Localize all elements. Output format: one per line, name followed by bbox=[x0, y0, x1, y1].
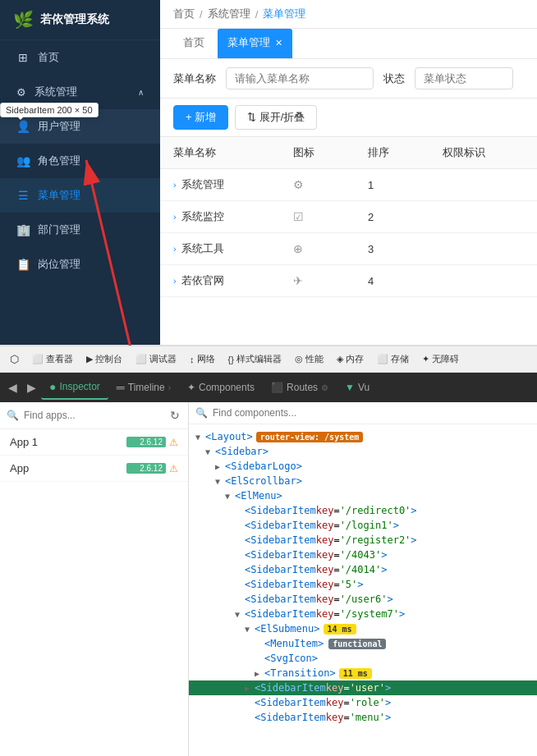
tree-node[interactable]: <SidebarItem key='/4043'> bbox=[189, 548, 537, 562]
tab-menu[interactable]: 菜单管理 ✕ bbox=[218, 29, 292, 58]
tree-node[interactable]: <SidebarItem key='/user6'> bbox=[189, 592, 537, 607]
tree-node[interactable]: <Layout>router-view: /system bbox=[189, 429, 537, 444]
style-editor-icon: {} bbox=[228, 355, 234, 364]
component-search-input[interactable] bbox=[213, 407, 530, 419]
perf-badge: 11 ms bbox=[339, 668, 372, 679]
table-row[interactable]: ›系统工具 ⊕ 3 bbox=[160, 233, 537, 265]
tree-node[interactable]: <SidebarItem key='/system7'> bbox=[189, 607, 537, 621]
tree-expanded-arrow[interactable] bbox=[215, 477, 223, 486]
status-input[interactable] bbox=[415, 67, 513, 89]
tree-expanded-arrow[interactable] bbox=[195, 433, 204, 442]
devtools-console-tool[interactable]: ▶ 控制台 bbox=[83, 351, 126, 367]
tree-node[interactable]: <SidebarItem key='/redirect0'> bbox=[189, 503, 537, 518]
component-tree: <Layout>router-view: /system<Sidebar><Si… bbox=[189, 424, 537, 756]
tab-close-icon[interactable]: ✕ bbox=[275, 38, 282, 48]
tree-node[interactable]: <Transition>11 ms bbox=[189, 666, 537, 680]
breadcrumb-menu[interactable]: 菜单管理 bbox=[263, 7, 305, 21]
expand-icon[interactable]: › bbox=[173, 180, 177, 190]
tag-bracket-close: > bbox=[385, 697, 391, 708]
sidebar-item-user[interactable]: SidebarItem 200 × 50 👤 用户管理 bbox=[0, 109, 160, 144]
tree-collapsed-arrow[interactable] bbox=[215, 462, 223, 471]
tree-expanded-arrow[interactable] bbox=[235, 610, 243, 619]
vuex-label: Vu bbox=[358, 382, 369, 393]
table-row[interactable]: ›若依官网 ✈ 4 bbox=[160, 265, 537, 297]
tree-node[interactable]: <SidebarItem key='/register2'> bbox=[189, 533, 537, 548]
logo-icon: 🌿 bbox=[13, 10, 34, 30]
devtools-debugger-tool[interactable]: ⬜ 调试器 bbox=[132, 351, 180, 367]
devtools-forward-btn[interactable]: ▶ bbox=[22, 378, 41, 397]
tree-expanded-arrow[interactable] bbox=[225, 492, 233, 501]
devtools-viewer-tool[interactable]: ⬜ 查看器 bbox=[29, 351, 76, 367]
table-row[interactable]: ›系统管理 ⚙ 1 bbox=[160, 169, 537, 201]
devtools-memory-tool[interactable]: ◈ 内存 bbox=[333, 351, 367, 367]
tab-timeline[interactable]: ═ Timeline › bbox=[108, 376, 179, 399]
attr-key: key bbox=[316, 564, 334, 575]
tab-inspector[interactable]: ● Inspector bbox=[41, 375, 108, 400]
sidebar-item-post[interactable]: 📋 岗位管理 bbox=[0, 247, 160, 282]
tab-home[interactable]: 首页 bbox=[173, 29, 214, 58]
attr-value: '/system7' bbox=[340, 608, 399, 620]
devtools-network-tool[interactable]: ↕ 网络 bbox=[186, 351, 218, 367]
devtools-storage-tool[interactable]: ⬜ 存储 bbox=[374, 351, 412, 367]
tree-node[interactable]: <SidebarItem key='role'> bbox=[189, 695, 537, 710]
breadcrumb-system[interactable]: 系统管理 bbox=[208, 7, 250, 21]
devtools-back-btn[interactable]: ◀ bbox=[3, 378, 22, 397]
tree-collapsed-arrow[interactable] bbox=[245, 684, 253, 693]
cell-order: 4 bbox=[355, 265, 429, 297]
app-name: App bbox=[10, 462, 126, 474]
tag-bracket: < bbox=[264, 638, 270, 649]
menu-name-input[interactable] bbox=[226, 67, 374, 89]
cell-name: ›系统监控 bbox=[160, 201, 280, 233]
tree-node[interactable]: <SidebarLogo> bbox=[189, 459, 537, 474]
tree-node[interactable]: <SidebarItem key='/login1'> bbox=[189, 518, 537, 533]
tree-node[interactable]: <ElSubmenu>14 ms bbox=[189, 621, 537, 636]
tag-bracket: < bbox=[245, 564, 250, 575]
table-row[interactable]: ›系统监控 ☑ 2 bbox=[160, 201, 537, 233]
tree-node[interactable]: <SidebarItem key='menu'> bbox=[189, 710, 537, 725]
attr-value: '/register2' bbox=[340, 534, 411, 546]
vuex-icon: ▼ bbox=[345, 382, 355, 393]
tree-node[interactable]: <ElScrollbar> bbox=[189, 474, 537, 488]
sidebar-item-dept[interactable]: 🏢 部门管理 bbox=[0, 213, 160, 247]
expand-icon[interactable]: › bbox=[173, 244, 177, 254]
tree-node[interactable]: <Sidebar> bbox=[189, 444, 537, 459]
tab-vuex[interactable]: ▼ Vu bbox=[337, 377, 378, 398]
tree-node[interactable]: <SidebarItem key='user'> bbox=[189, 680, 537, 695]
expand-icon[interactable]: › bbox=[173, 212, 177, 222]
tree-node[interactable]: <SidebarItem key='5'> bbox=[189, 577, 537, 592]
tree-collapsed-arrow[interactable] bbox=[255, 669, 263, 678]
app-name: App 1 bbox=[10, 436, 126, 448]
tree-expanded-arrow[interactable] bbox=[205, 447, 213, 456]
devtools-performance-tool[interactable]: ◎ 性能 bbox=[291, 351, 327, 367]
vue-logo: ▼ bbox=[130, 464, 138, 473]
sidebar-item-home[interactable]: ⊞ 首页 bbox=[0, 40, 160, 75]
tree-node[interactable]: <SvgIcon> bbox=[189, 651, 537, 666]
cell-icon: ☑ bbox=[280, 201, 355, 233]
attr-key: key bbox=[316, 608, 334, 620]
tree-node[interactable]: <ElMenu> bbox=[189, 488, 537, 503]
refresh-button[interactable]: ↻ bbox=[168, 407, 181, 424]
sidebar-item-menu[interactable]: ☰ 菜单管理 bbox=[0, 178, 160, 213]
add-button[interactable]: + 新增 bbox=[173, 105, 228, 130]
devtools-style-editor-tool[interactable]: {} 样式编辑器 bbox=[225, 351, 285, 367]
devtools-inspect-tool[interactable]: ⬡ bbox=[7, 351, 22, 367]
expand-button[interactable]: ⇅ 展开/折叠 bbox=[235, 105, 317, 130]
tab-routes[interactable]: ⬛ Routes ⚙ bbox=[263, 377, 337, 398]
cell-name: ›若依官网 bbox=[160, 265, 280, 297]
breadcrumb-home[interactable]: 首页 bbox=[173, 7, 195, 21]
devtools-accessibility-tool[interactable]: ✦ 无障碍 bbox=[419, 351, 462, 367]
app-search-input[interactable] bbox=[24, 410, 163, 421]
tag-bracket: < bbox=[225, 460, 231, 472]
attr-key: key bbox=[326, 712, 344, 723]
dept-icon: 🏢 bbox=[16, 223, 30, 236]
expand-icon[interactable]: › bbox=[173, 276, 177, 286]
tab-components[interactable]: ✦ Components bbox=[179, 377, 263, 398]
tag-name: Transition bbox=[270, 667, 329, 679]
tree-node[interactable]: <MenuItem>functional bbox=[189, 636, 537, 651]
app-list-item[interactable]: App ▼ 2.6.12 ⚠ bbox=[0, 456, 188, 482]
menu-icon: ☰ bbox=[16, 189, 30, 202]
tree-expanded-arrow[interactable] bbox=[245, 625, 253, 634]
tree-node[interactable]: <SidebarItem key='/4014'> bbox=[189, 562, 537, 577]
sidebar-item-role[interactable]: 👥 角色管理 bbox=[0, 144, 160, 178]
app-list-item[interactable]: App 1 ▼ 2.6.12 ⚠ bbox=[0, 429, 188, 456]
